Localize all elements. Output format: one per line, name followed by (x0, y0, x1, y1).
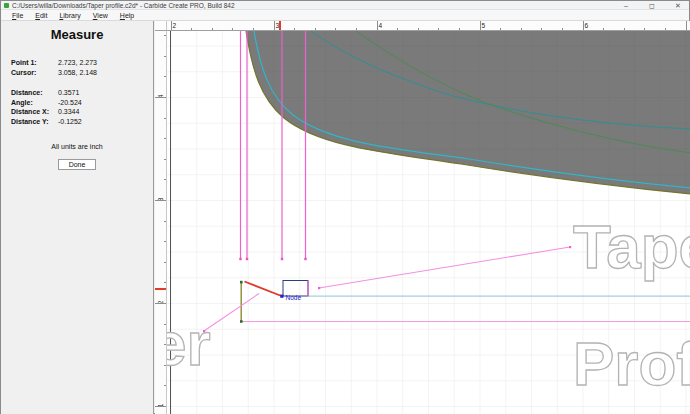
measure-label: Cursor: (11, 69, 58, 76)
menu-library[interactable]: Library (53, 10, 86, 21)
measure-label: Distance X: (11, 108, 58, 115)
ruler-top-label: 2 (173, 22, 177, 29)
measure-value: -20.524 (58, 99, 82, 106)
measure-row-angle: Angle: -20.524 (1, 98, 153, 108)
measure-value: 0.3571 (58, 89, 79, 96)
app-icon (4, 3, 9, 8)
window-controls: – ◻ ✕ (621, 1, 687, 10)
measure-value: 0.3344 (58, 108, 79, 115)
ruler-top-label: 4 (379, 22, 383, 29)
measure-value: 2.723, 2.273 (58, 59, 97, 66)
measure-rows: Point 1: 2.723, 2.273 Cursor: 3.058, 2.1… (1, 58, 153, 126)
drawing-area: 2 3 4 5 6 4 3 2 1 (155, 21, 690, 414)
close-icon[interactable]: ✕ (673, 1, 683, 10)
measure-label: Angle: (11, 99, 58, 106)
measure-row-distance: Distance: 0.3571 (1, 88, 153, 98)
menu-bar: File Edit Library View Help (1, 10, 689, 21)
measure-label: Distance: (11, 89, 58, 96)
maximize-icon[interactable]: ◻ (647, 1, 657, 10)
window-title: C:/Users/willa/Downloads/Taper profile.c… (12, 2, 235, 9)
node-label: Node (286, 294, 302, 301)
design-canvas[interactable]: Taper Profile er (167, 31, 690, 414)
measure-row-point1: Point 1: 2.723, 2.273 (1, 58, 153, 68)
ruler-cursor-x-mark (279, 21, 281, 31)
canvas-svg: Taper Profile er (167, 31, 690, 414)
panel-title: Measure (1, 27, 153, 42)
measure-value: -0.1252 (58, 118, 82, 125)
segment-node-top[interactable] (240, 281, 243, 284)
done-button[interactable]: Done (58, 159, 96, 170)
ruler-top-label: 5 (482, 22, 486, 29)
node-marker[interactable] (280, 295, 283, 298)
measure-label: Distance Y: (11, 118, 58, 125)
ruler-left: 4 3 2 1 (155, 31, 167, 414)
measure-row-distance-x: Distance X: 0.3344 (1, 107, 153, 117)
app-window: C:/Users/willa/Downloads/Taper profile.c… (0, 0, 690, 414)
measure-row-cursor: Cursor: 3.058, 2.148 (1, 68, 153, 78)
menu-file[interactable]: File (6, 10, 29, 21)
design-text-profile[interactable]: Profile (573, 329, 690, 398)
design-text-taper[interactable]: Taper (573, 212, 690, 281)
segment-node-bottom[interactable] (240, 320, 243, 323)
measure-row-distance-y: Distance Y: -0.1252 (1, 117, 153, 127)
measure-panel: Measure Point 1: 2.723, 2.273 Cursor: 3.… (1, 21, 154, 414)
ruler-top: 2 3 4 5 6 (167, 21, 690, 31)
menu-edit[interactable]: Edit (29, 10, 53, 21)
measure-label: Point 1: (11, 59, 58, 66)
ruler-top-label: 6 (585, 22, 589, 29)
design-text-left-partial[interactable]: er (167, 309, 211, 378)
ruler-cursor-y-mark (155, 288, 167, 290)
menu-help[interactable]: Help (114, 10, 140, 21)
measure-value: 3.058, 2.148 (58, 69, 97, 76)
units-note: All units are inch (1, 143, 153, 150)
ruler-corner (155, 21, 167, 31)
menu-view[interactable]: View (87, 10, 114, 21)
minimize-icon[interactable]: – (621, 1, 631, 10)
